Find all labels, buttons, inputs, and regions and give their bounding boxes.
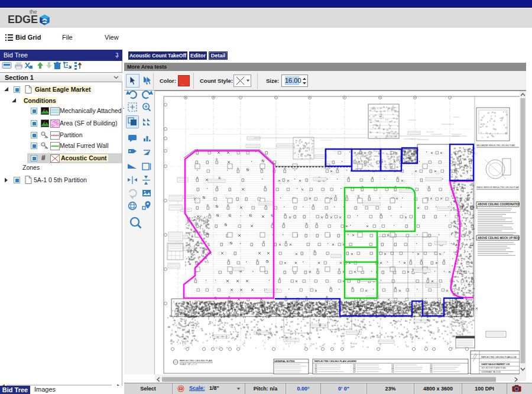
svg-text:REFLECTED CEILING PLAN LEGEND: REFLECTED CEILING PLAN LEGEND bbox=[314, 360, 356, 363]
svg-text:GLENSHAW, PA 15116: GLENSHAW, PA 15116 bbox=[481, 371, 501, 373]
svg-text:SCALE: 1/8" = 1'-0": SCALE: 1/8" = 1'-0" bbox=[180, 363, 197, 366]
svg-text:REFLECTED CEILING PLAN: REFLECTED CEILING PLAN bbox=[180, 359, 212, 362]
svg-text:H: H bbox=[414, 96, 416, 99]
svg-text:REFLECTED CEILING PLAN & DE: REFLECTED CEILING PLAN & DE bbox=[481, 356, 517, 359]
svg-text:1871 BUTLER PLANK ROAD: 1871 BUTLER PLANK ROAD bbox=[481, 367, 507, 369]
svg-text:ABOVE CEILING MOCK UP REQUIREM: ABOVE CEILING MOCK UP REQUIREMENT bbox=[478, 237, 520, 240]
svg-text:SM816 SERVICE REFLECTED CEILIN: SM816 SERVICE REFLECTED CEILING PLAN bbox=[476, 186, 519, 189]
svg-text:B: B bbox=[213, 96, 214, 99]
svg-text:A: A bbox=[185, 96, 186, 99]
svg-text:ABOVE CEILING COORDINATION NOT: ABOVE CEILING COORDINATION NOT bbox=[478, 203, 520, 206]
svg-text:GIANT EAGLE MARKET #18: GIANT EAGLE MARKET #18 bbox=[481, 363, 510, 366]
svg-text:F: F bbox=[344, 96, 345, 99]
svg-text:GENERAL NOTES: GENERAL NOTES bbox=[274, 360, 295, 363]
svg-text:MEZZANINE REFLECTED CEILING PL: MEZZANINE REFLECTED CEILING PLAN bbox=[476, 144, 515, 147]
svg-text:E: E bbox=[309, 96, 310, 99]
